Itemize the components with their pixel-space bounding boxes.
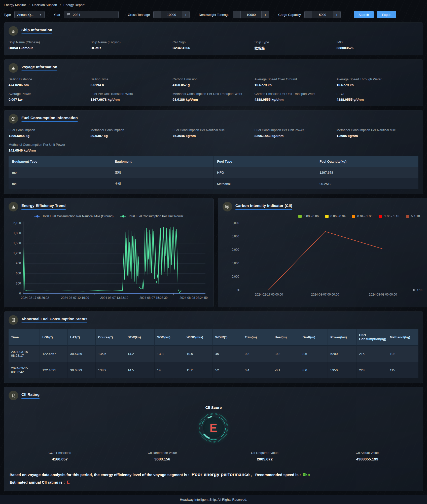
cii-stats-row: CO2 Emissions4160.057CII Reference Value… (9, 451, 418, 461)
legend-item[interactable]: 1.06 - 1.18 (379, 214, 399, 218)
table-cell: 主机 (111, 167, 214, 178)
breadcrumb-item[interactable]: Energy Monitor (4, 3, 26, 7)
column-header: Methanol(kg) (387, 329, 418, 346)
column-header: WDIR(°) (212, 329, 242, 346)
field-label: Sailing Distance (9, 77, 91, 81)
svg-text:0,000: 0,000 (232, 262, 239, 265)
energy-efficiency-trend-panel: Energy Efficiency Trend Total Fuel Consu… (4, 198, 214, 307)
field-value: 538003526 (336, 46, 418, 50)
title-underline (21, 70, 57, 71)
chevron-down-icon: ▼ (39, 13, 42, 16)
breadcrumb-item[interactable]: Energy Report (63, 3, 85, 7)
field-label: Methanol Consumption Per Unit Transport … (172, 92, 255, 96)
field-value: 4388055.199 (316, 457, 418, 461)
summary-rating-label: Estimated annual CII rating is : (10, 480, 65, 484)
decrement-button[interactable]: - (154, 11, 161, 18)
field-value: 142.0546 kg/t/nm (9, 149, 91, 152)
export-button[interactable]: Export (377, 11, 396, 18)
field-label: Average Power (9, 92, 91, 96)
table-cell: 228 (357, 362, 387, 378)
svg-text:2024-08-07 00:00:00: 2024-08-07 00:00:00 (311, 293, 339, 296)
column-header: Equipment (111, 156, 214, 167)
info-field: Sailing Time5.5194 h (91, 77, 173, 87)
table-cell: 14.5 (125, 362, 154, 378)
field-label: IMO (336, 40, 418, 44)
legend-label: Total Fuel Consumption Per Unit Power (128, 214, 183, 218)
abnormal-fuel-table: TimeLON(°)LAT(°)Course(°)STW(kn)SOG(kn)W… (9, 329, 418, 378)
title-underline (21, 398, 40, 399)
year-input[interactable]: 2024 (64, 11, 119, 18)
deadweight-tonnage-value[interactable]: 10000 (241, 11, 261, 18)
decrement-button[interactable]: - (305, 11, 312, 18)
field-label: Fuel Consumption (9, 128, 91, 132)
abnormal-fuel-status-panel: Abnormal Fuel Consumption Status TimeLON… (4, 311, 423, 383)
legend-item[interactable]: Total Fuel Consumption Per Unit Power (120, 214, 183, 218)
carbon-intensity-indicator-panel: Carbon Intensity Indicator (CII) 0.00 - … (218, 198, 427, 307)
decrement-button[interactable]: - (233, 11, 241, 18)
info-field: Average Speed Over Ground10.6779 kn (255, 77, 337, 87)
summary-line-2: Estimated annual CII rating is :E (10, 479, 418, 486)
table-cell: 主机 (111, 178, 214, 190)
info-field: Ship Name (Chinese)Dubai Glamour (9, 40, 91, 51)
field-value: 2805.672 (214, 457, 316, 461)
field-label: Fuel Consumption Per Nautical Mile (172, 128, 255, 132)
table-cell: Methanol (214, 178, 316, 190)
svg-text:300: 300 (16, 282, 21, 285)
search-button[interactable]: Search (354, 11, 374, 18)
legend-item[interactable]: 0.94 - 1.06 (352, 214, 372, 218)
cargo-capacity-value[interactable]: 5000 (312, 11, 333, 18)
info-field: Methanol Consumption Per Unit Power142.0… (9, 143, 91, 152)
info-field: Fuel Consumption1296.6054 kg (9, 128, 91, 138)
table-cell: 2024-03-15 08:35:42 (9, 362, 40, 378)
type-select[interactable]: Annual Q... ▼ (14, 11, 45, 18)
svg-text:0,000: 0,000 (232, 235, 239, 238)
title-underline (21, 209, 66, 210)
info-field: Methanol Consumption Per Nautical Mile1.… (336, 128, 418, 138)
legend-item[interactable]: 0.86 - 0.94 (325, 214, 346, 218)
svg-text:2024-08-08 02:24:59: 2024-08-08 02:24:59 (180, 296, 208, 300)
summary-speed-value: 0kn (303, 472, 310, 477)
table-row: me主机HFO1297.678 (9, 167, 418, 178)
table-cell: 5200 (328, 346, 357, 362)
legend-item[interactable]: Total Fuel Consumption Per Nautical Mile… (34, 214, 114, 218)
field-value: 散货船 (255, 46, 337, 51)
info-field: Fuel Consumption Per Nautical Mile75.354… (172, 128, 255, 138)
field-value: DGMR (91, 46, 173, 50)
deadweight-tonnage-stepper: - 10000 + (233, 11, 269, 18)
field-value: 3083.156 (111, 457, 214, 461)
field-label: Methanol Consumption Per Nautical Mile (336, 128, 418, 132)
title-underline (21, 33, 52, 34)
svg-text:1,500: 1,500 (13, 241, 21, 245)
info-field: Fuel Per Unit Transport Work1367.6678 kg… (91, 92, 173, 101)
cii-summary: Based on voyage data analysis for this p… (9, 470, 418, 486)
increment-button[interactable]: + (261, 11, 269, 18)
field-value: Dubai Glamour (9, 46, 91, 50)
year-label: Year (54, 13, 60, 17)
column-header: Power(kw) (328, 329, 357, 346)
gross-tonnage-value[interactable]: 10000 (161, 11, 182, 18)
field-label: Average Speed Over Ground (255, 77, 337, 81)
column-header: Time (9, 329, 40, 346)
info-field: Average Power0.097 kw (9, 92, 91, 101)
legend-item[interactable]: 0.00 - 0.86 (298, 214, 319, 218)
energy-efficiency-trend-chart: 03006009001,2001,5001,8002,1002024-02-17… (9, 219, 209, 303)
cii-rating-panel: CII Rating CII Score E CO2 Emissions4160… (4, 387, 423, 491)
gross-tonnage-stepper: - 10000 + (153, 11, 190, 18)
info-field: Methanol Consumption Per Unit Transport … (172, 92, 255, 101)
column-header: STW(kn) (125, 329, 154, 346)
breadcrumb-item[interactable]: Decision Support (32, 3, 57, 7)
info-field: Carbon Emission Per Unit Transport Work4… (255, 92, 337, 101)
table-cell: me (9, 167, 111, 178)
increment-button[interactable]: + (333, 11, 340, 18)
field-label: Carbon Emission (172, 77, 255, 81)
column-header: Equipment Type (9, 156, 111, 167)
calendar-icon (67, 13, 70, 17)
panel-title: Voyage Information (21, 65, 57, 69)
increment-button[interactable]: + (182, 11, 189, 18)
field-label: CII Reference Value (111, 451, 214, 455)
table-cell: 215 (357, 346, 387, 362)
monitor-icon (223, 202, 232, 211)
legend-item[interactable]: > 1.18 (406, 214, 420, 218)
breadcrumb-separator: / (29, 3, 30, 7)
table-cell: 14.2 (125, 346, 154, 362)
